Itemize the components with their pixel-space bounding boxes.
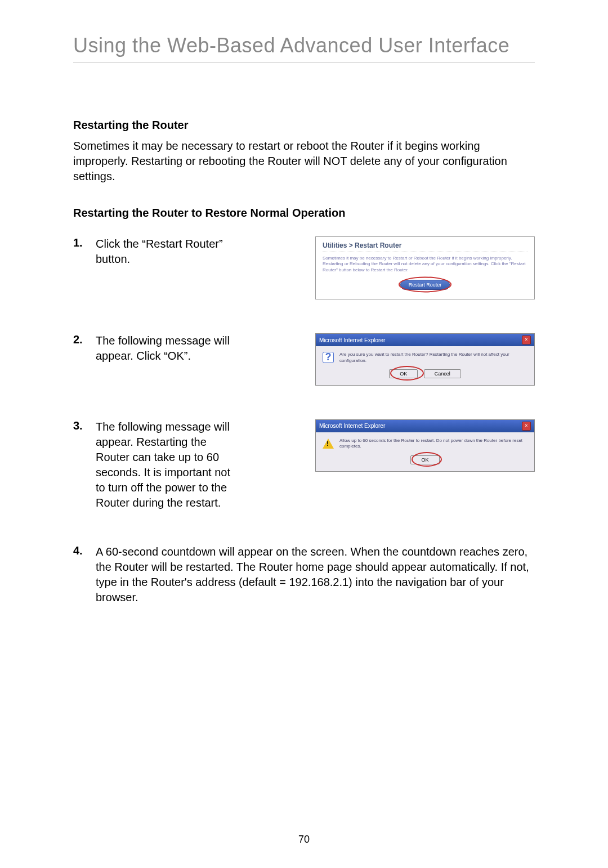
dialog-body: ? Are you sure you want to restart the R… xyxy=(316,346,534,367)
close-icon[interactable]: × xyxy=(522,422,531,431)
section-body: Sometimes it may be necessary to restart… xyxy=(73,138,535,184)
step-text: The following message will appear. Resta… xyxy=(96,419,242,511)
document-page: Using the Web-Based Advanced User Interf… xyxy=(0,0,608,868)
dialog-buttons: OK Cancel xyxy=(316,367,534,385)
dialog-body: Allow up to 60 seconds for the Router to… xyxy=(316,432,534,453)
panel-title: Utilities > Restart Router xyxy=(323,241,527,252)
ok-button[interactable]: OK xyxy=(410,455,439,464)
step-2: 2. The following message will appear. Cl… xyxy=(73,333,535,386)
dialog-message: Are you sure you want to restart the Rou… xyxy=(339,352,527,364)
restart-router-button[interactable]: Restart Router xyxy=(400,280,450,290)
dialog-title: Microsoft Internet Explorer xyxy=(319,423,385,429)
step-number: 2. xyxy=(73,333,96,346)
cancel-button[interactable]: Cancel xyxy=(424,369,461,378)
ie-confirm-dialog: Microsoft Internet Explorer × ? Are you … xyxy=(315,333,535,386)
step-number: 4. xyxy=(73,544,96,557)
step-4: 4. A 60-second countdown will appear on … xyxy=(73,544,535,605)
step-figure: Utilities > Restart Router Sometimes it … xyxy=(242,236,535,299)
panel-button-wrap: Restart Router xyxy=(323,280,527,290)
dialog-title: Microsoft Internet Explorer xyxy=(319,337,385,343)
step-text: A 60-second countdown will appear on the… xyxy=(96,544,535,605)
ok-button[interactable]: OK xyxy=(389,369,418,378)
section-heading: Restarting the Router xyxy=(73,119,535,132)
question-icon: ? xyxy=(323,352,334,363)
step-1: 1. Click the “Restart Router” button. Ut… xyxy=(73,236,535,299)
step-number: 3. xyxy=(73,419,96,432)
dialog-message: Allow up to 60 seconds for the Router to… xyxy=(339,438,527,450)
utilities-panel: Utilities > Restart Router Sometimes it … xyxy=(315,236,535,299)
page-number: 70 xyxy=(0,834,608,845)
ie-alert-dialog: Microsoft Internet Explorer × Allow up t… xyxy=(315,419,535,472)
step-figure: Microsoft Internet Explorer × Allow up t… xyxy=(242,419,535,472)
close-icon[interactable]: × xyxy=(522,335,531,344)
step-text: The following message will appear. Click… xyxy=(96,333,242,364)
warning-icon xyxy=(323,438,334,449)
panel-description: Sometimes it may be necessary to Restart… xyxy=(323,256,527,273)
step-number: 1. xyxy=(73,236,96,249)
step-3: 3. The following message will appear. Re… xyxy=(73,419,535,511)
dialog-titlebar: Microsoft Internet Explorer × xyxy=(316,334,534,346)
page-title: Using the Web-Based Advanced User Interf… xyxy=(73,34,535,62)
step-figure: Microsoft Internet Explorer × ? Are you … xyxy=(242,333,535,386)
dialog-titlebar: Microsoft Internet Explorer × xyxy=(316,420,534,432)
subsection-heading: Restarting the Router to Restore Normal … xyxy=(73,207,535,220)
dialog-buttons: OK xyxy=(316,453,534,471)
step-text: Click the “Restart Router” button. xyxy=(96,236,242,267)
